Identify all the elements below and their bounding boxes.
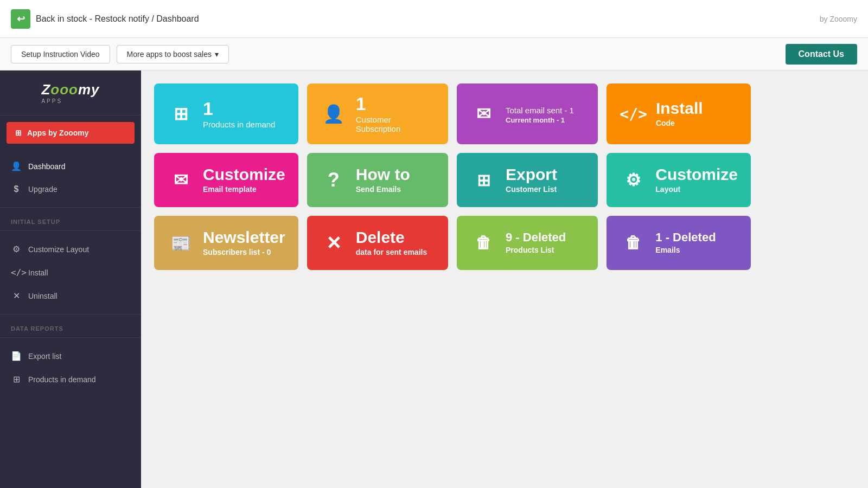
card-how-to[interactable]: ? How to Send Emails [307, 153, 448, 207]
upgrade-icon: $ [11, 184, 22, 194]
sidebar-divider-3 [0, 314, 141, 314]
gear-icon: ⚙ [11, 244, 22, 254]
table-icon: ⊞ [470, 171, 497, 190]
card-content-deleted-products: 9 - Deleted Products List [506, 232, 566, 254]
export-icon: 📄 [11, 351, 22, 361]
sidebar-item-dashboard[interactable]: 👤 Dashboard [0, 155, 141, 178]
grid-icon: ⊞ [15, 129, 22, 137]
sidebar-item-export-list[interactable]: 📄 Export list [0, 344, 141, 368]
card-content-install: Install Code [656, 100, 703, 127]
grid2-icon: ⊞ [11, 374, 22, 384]
card-install-code[interactable]: </> Install Code [607, 84, 751, 144]
trash-icon: 🗑 [470, 234, 497, 252]
trash2-icon: 🗑 [620, 234, 647, 252]
customize-email-title: Customize [203, 166, 285, 183]
card-content-email: Total email sent - 1 Current month - 1 [506, 104, 574, 124]
sidebar-upgrade-label: Upgrade [28, 185, 58, 194]
more-apps-label: More apps to boost sales [127, 50, 212, 59]
card-content-export: Export Customer List [506, 166, 557, 194]
customer-list-label: Customer List [506, 185, 557, 194]
customize-layout-title: Customize [655, 166, 738, 183]
sidebar-export-list-label: Export list [28, 352, 61, 361]
card-deleted-emails[interactable]: 🗑 1 - Deleted Emails [607, 216, 751, 270]
sidebar-nav: 👤 Dashboard $ Upgrade [0, 150, 141, 205]
export-title: Export [506, 166, 557, 183]
question-icon: ? [320, 169, 347, 191]
card-customer-subscription[interactable]: 👤 1 Customer Subscription [307, 84, 448, 144]
current-month-label: Current month - 1 [506, 116, 574, 124]
card-delete-data[interactable]: ✕ Delete data for sent emails [307, 216, 448, 270]
sidebar-dashboard-label: Dashboard [28, 162, 66, 171]
more-apps-button[interactable]: More apps to boost sales ▾ [117, 45, 229, 63]
card-content-deleted-emails: 1 - Deleted Emails [655, 232, 716, 254]
card-export-customer[interactable]: ⊞ Export Customer List [457, 153, 598, 207]
card-content-customize-email: Customize Email template [203, 166, 285, 194]
emails-label: Emails [655, 246, 716, 254]
app-logo-icon: ↩ [11, 9, 30, 29]
top-bar: ↩ Back in stock - Restock notify / Dashb… [0, 0, 868, 38]
action-bar-left: Setup Instruction Video More apps to boo… [11, 45, 229, 63]
envelope-icon: ✉ [470, 104, 497, 124]
total-email-label: Total email sent - 1 [506, 106, 574, 115]
apps-by-zooomy-button[interactable]: ⊞ Apps by Zooomy [7, 122, 135, 144]
main-content: ⊞ 1 Products in demand 👤 1 Customer Subs… [141, 70, 868, 488]
deleted-emails-title: 1 - Deleted [655, 232, 716, 243]
products-label: Products in demand [203, 120, 275, 129]
card-deleted-products[interactable]: 🗑 9 - Deleted Products List [457, 216, 598, 270]
card-newsletter[interactable]: 📰 Newsletter Subscribers list - 0 [154, 216, 298, 270]
initial-setup-title: INITIAL SETUP [0, 210, 141, 228]
sidebar-logo-text: Zooomy [41, 81, 99, 98]
sidebar-logo-sub: APPS [41, 98, 99, 104]
send-emails-label: Send Emails [356, 185, 410, 194]
sidebar-item-uninstall[interactable]: ✕ Uninstall [0, 284, 141, 307]
dashboard-grid: ⊞ 1 Products in demand 👤 1 Customer Subs… [154, 84, 751, 270]
sidebar-divider-4 [0, 337, 141, 338]
chevron-down-icon: ▾ [215, 50, 219, 59]
card-customize-layout[interactable]: ⚙ Customize Layout [607, 153, 751, 207]
delete-title: Delete [356, 229, 427, 246]
card-products-in-demand[interactable]: ⊞ 1 Products in demand [154, 84, 298, 144]
sidebar-item-customize-layout[interactable]: ⚙ Customize Layout [0, 237, 141, 261]
delete-label: data for sent emails [356, 248, 427, 256]
card-content-delete: Delete data for sent emails [356, 229, 427, 256]
dashboard-icon: 👤 [11, 161, 22, 171]
card-content-newsletter: Newsletter Subscribers list - 0 [203, 229, 285, 256]
newspaper-icon: 📰 [167, 234, 194, 253]
subscription-count: 1 [356, 94, 435, 113]
by-zooomy-label: by Zooomy [820, 15, 857, 23]
deleted-products-title: 9 - Deleted [506, 232, 566, 243]
sidebar-item-products-in-demand[interactable]: ⊞ Products in demand [0, 368, 141, 391]
email-template-label: Email template [203, 185, 285, 194]
settings-icon: ⚙ [620, 170, 647, 190]
card-customize-email[interactable]: ✉ Customize Email template [154, 153, 298, 207]
sidebar-item-upgrade[interactable]: $ Upgrade [0, 178, 141, 201]
close-icon: ✕ [11, 291, 22, 301]
products-count: 1 [203, 99, 275, 118]
sidebar-divider-1 [0, 207, 141, 208]
sidebar-data-reports-nav: 📄 Export list ⊞ Products in demand [0, 340, 141, 395]
sidebar-item-install[interactable]: </> Install [0, 261, 141, 284]
main-layout: Zooomy APPS ⊞ Apps by Zooomy 👤 Dashboard… [0, 70, 868, 488]
sidebar-divider-2 [0, 230, 141, 231]
newsletter-title: Newsletter [203, 229, 285, 246]
card-content-products: 1 Products in demand [203, 99, 275, 129]
code-icon: </> [11, 267, 22, 278]
grid-layout-icon: ⊞ [167, 104, 194, 124]
card-total-email[interactable]: ✉ Total email sent - 1 Current month - 1 [457, 84, 598, 144]
how-to-title: How to [356, 166, 410, 183]
code2-icon: </> [620, 105, 647, 123]
data-reports-title: DATA REPORTS [0, 317, 141, 335]
setup-video-button[interactable]: Setup Instruction Video [11, 45, 110, 63]
card-content-layout: Customize Layout [655, 166, 738, 194]
contact-us-button[interactable]: Contact Us [786, 44, 857, 65]
layout-label: Layout [655, 185, 738, 194]
breadcrumb: Back in stock - Restock notify / Dashboa… [36, 14, 199, 24]
card-content-how-to: How to Send Emails [356, 166, 410, 194]
sidebar-uninstall-label: Uninstall [28, 292, 58, 300]
products-list-label: Products List [506, 246, 566, 254]
code-label: Code [656, 119, 703, 127]
sidebar-initial-setup-nav: ⚙ Customize Layout </> Install ✕ Uninsta… [0, 233, 141, 312]
top-bar-left: ↩ Back in stock - Restock notify / Dashb… [11, 9, 199, 29]
sidebar-install-label: Install [28, 268, 48, 277]
sidebar: Zooomy APPS ⊞ Apps by Zooomy 👤 Dashboard… [0, 70, 141, 488]
